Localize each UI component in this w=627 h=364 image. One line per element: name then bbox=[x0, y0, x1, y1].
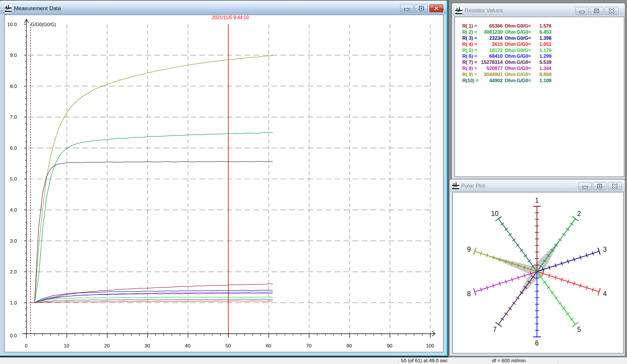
svg-text:8: 8 bbox=[467, 290, 471, 298]
svg-text:9: 9 bbox=[467, 246, 471, 253]
svg-text:6.0: 6.0 bbox=[10, 145, 17, 151]
svg-text:20: 20 bbox=[104, 343, 110, 349]
svg-text:3.0: 3.0 bbox=[10, 238, 17, 244]
svg-text:7.0: 7.0 bbox=[10, 114, 17, 120]
svg-text:5: 5 bbox=[577, 326, 581, 333]
svg-text:1.0: 1.0 bbox=[10, 300, 17, 306]
svg-text:40: 40 bbox=[185, 343, 191, 349]
svg-text:0.0: 0.0 bbox=[10, 333, 17, 338]
svg-text:10: 10 bbox=[491, 210, 499, 217]
svg-text:90: 90 bbox=[387, 343, 393, 349]
svg-text:60: 60 bbox=[266, 343, 271, 349]
svg-text:100: 100 bbox=[426, 343, 434, 349]
svg-text:2.0: 2.0 bbox=[10, 269, 17, 275]
svg-text:70: 70 bbox=[306, 343, 312, 349]
svg-text:10: 10 bbox=[64, 343, 69, 349]
svg-text:3: 3 bbox=[603, 246, 607, 253]
svg-text:2021/11/5 9:44:10: 2021/11/5 9:44:10 bbox=[212, 15, 249, 20]
svg-text:6: 6 bbox=[535, 339, 539, 347]
svg-text:4.0: 4.0 bbox=[10, 207, 17, 213]
svg-text:50: 50 bbox=[225, 343, 231, 349]
svg-text:7: 7 bbox=[493, 326, 497, 333]
svg-text:2: 2 bbox=[577, 210, 581, 217]
svg-text:1: 1 bbox=[535, 197, 539, 204]
svg-text:0: 0 bbox=[25, 343, 27, 349]
svg-text:30: 30 bbox=[145, 343, 150, 349]
svg-text:5.0: 5.0 bbox=[10, 176, 17, 182]
svg-text:8.0: 8.0 bbox=[10, 84, 17, 89]
svg-text:4: 4 bbox=[603, 290, 607, 298]
svg-text:80: 80 bbox=[347, 343, 352, 349]
